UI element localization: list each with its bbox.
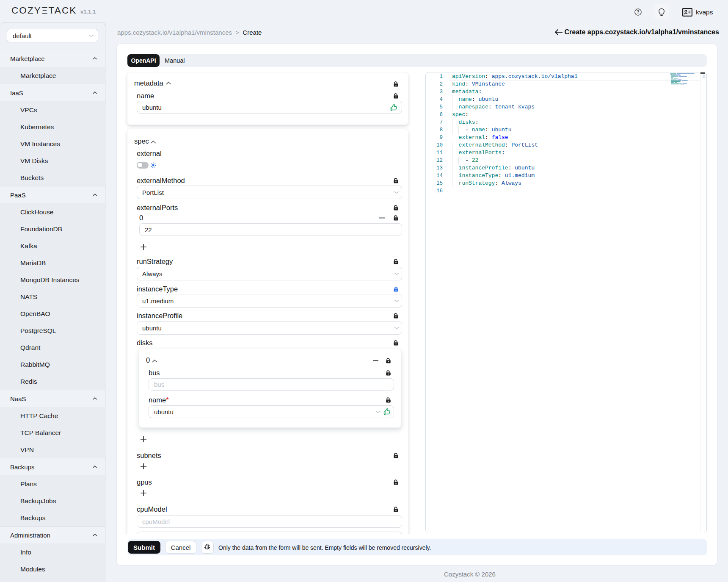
- svg-text:?: ?: [637, 10, 639, 14]
